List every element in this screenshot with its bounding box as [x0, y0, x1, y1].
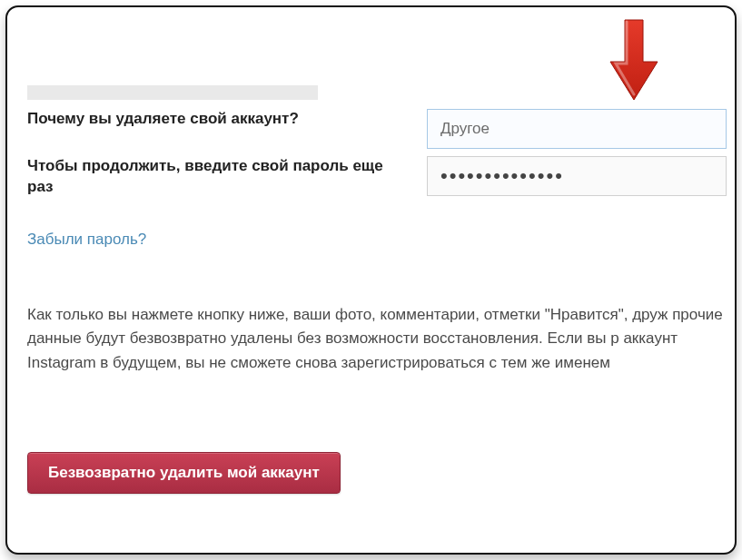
reason-select[interactable]: Другое [427, 109, 727, 149]
redacted-bar [27, 85, 318, 100]
warning-text: Как только вы нажмете кнопку ниже, ваши … [27, 303, 735, 375]
reason-row: Почему вы удаляете свой аккаунт? Другое [27, 109, 735, 149]
reason-selected-value: Другое [440, 120, 490, 138]
forgot-password-link[interactable]: Забыли пароль? [27, 231, 146, 249]
password-row: Чтобы продолжить, введите свой пароль ещ… [27, 156, 735, 198]
dialog-frame: Почему вы удаляете свой аккаунт? Другое … [5, 5, 737, 555]
content-area: Почему вы удаляете свой аккаунт? Другое … [7, 7, 735, 553]
password-value: •••••••••••••• [440, 164, 564, 188]
password-label: Чтобы продолжить, введите свой пароль ещ… [27, 156, 427, 198]
reason-label: Почему вы удаляете свой аккаунт? [27, 109, 427, 130]
delete-account-button[interactable]: Безвозвратно удалить мой аккаунт [27, 452, 341, 494]
password-input[interactable]: •••••••••••••• [427, 156, 727, 196]
arrow-down-icon [607, 16, 661, 103]
